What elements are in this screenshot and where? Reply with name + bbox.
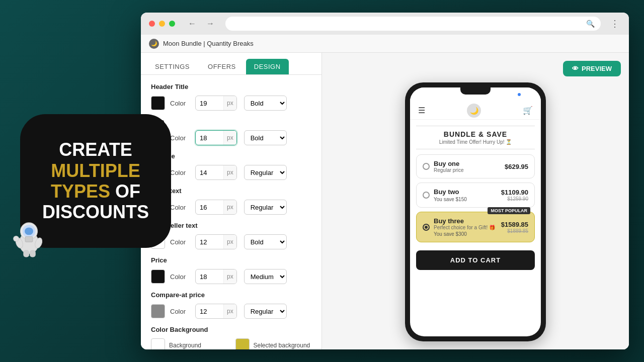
offer-details-2: Buy two You save $150 xyxy=(434,188,497,202)
browser-window: ← → 🔍 ⋮ 🌙 Moon Bundle | Quantity Breaks … xyxy=(141,13,629,349)
offer-save-3: You save $300 xyxy=(434,231,497,237)
title-size-input[interactable] xyxy=(196,131,223,145)
offer-pricing-2: $1109.90 $1259.90 xyxy=(501,189,528,202)
header-size-input[interactable] xyxy=(196,96,223,110)
add-to-cart-button[interactable]: ADD TO CART xyxy=(416,250,535,270)
svg-rect-6 xyxy=(24,250,29,257)
best-seller-weight-select[interactable]: Bold Regular Medium xyxy=(244,234,287,249)
offer-item-2[interactable]: Buy two You save $150 $1109.90 $1259.90 xyxy=(416,183,535,208)
hamburger-icon[interactable]: ☰ xyxy=(418,106,425,115)
compare-weight-select[interactable]: Regular Bold Medium xyxy=(244,304,287,319)
eye-icon: 👁 xyxy=(572,65,579,72)
browser-content: 🌙 Moon Bundle | Quantity Breaks SETTINGS… xyxy=(141,35,629,349)
offer-details-1: Buy one Regular price xyxy=(434,160,501,173)
label-px-label: px xyxy=(223,200,236,214)
svg-point-8 xyxy=(14,236,19,241)
phone-logo: 🌙 xyxy=(467,104,481,118)
phone-screen: ☰ 🌙 🛒 BUNDLE & SAVE Limited Time Offer! … xyxy=(410,87,541,336)
price-size-input[interactable] xyxy=(196,269,223,284)
tab-offers[interactable]: OFFERS xyxy=(200,59,244,74)
address-bar[interactable]: 🔍 xyxy=(225,17,601,31)
compare-size-input-wrap: px xyxy=(195,304,237,319)
offer-details-3: Buy three Perfect choice for a Gift! 🎁 Y… xyxy=(434,217,497,237)
price-weight-select[interactable]: Medium Bold Regular xyxy=(244,269,287,284)
offer-pricing-1: $629.95 xyxy=(505,163,528,170)
title-weight-select[interactable]: Bold Regular Medium xyxy=(244,130,287,145)
compare-px-label: px xyxy=(223,304,236,318)
search-icon: 🔍 xyxy=(586,20,595,28)
offer-radio-1 xyxy=(423,163,430,170)
best-seller-size-input-wrap: px xyxy=(195,234,237,249)
offer-radio-3 xyxy=(423,224,430,231)
preview-button[interactable]: 👁 PREVIEW xyxy=(563,61,621,76)
offer-price-1: $629.95 xyxy=(505,163,528,170)
phone-notch xyxy=(460,87,491,95)
title-px-label: px xyxy=(223,131,236,145)
hero-title: CREATE MULTIPLE TYPES OF DISCOUNTS xyxy=(40,139,151,223)
svg-point-3 xyxy=(25,227,33,235)
selected-bg-color-swatch[interactable] xyxy=(235,338,250,349)
title-size-input-wrap: px xyxy=(195,130,237,145)
best-seller-px-label: px xyxy=(223,235,236,249)
subtitle-size-input-wrap: px xyxy=(195,165,237,180)
hero-section: CREATE MULTIPLE TYPES OF DISCOUNTS xyxy=(0,0,191,362)
selected-bg-color-item: Selected background xyxy=(235,338,312,349)
offer-desc-3: Perfect choice for a Gift! 🎁 xyxy=(434,225,497,230)
most-popular-badge: MOST POPULAR xyxy=(488,207,530,214)
price-px-label: px xyxy=(223,269,236,284)
cart-icon[interactable]: 🛒 xyxy=(523,106,533,115)
svg-rect-7 xyxy=(30,250,36,257)
offer-name-1: Buy one xyxy=(434,160,501,167)
subtitle-weight-select[interactable]: Regular Bold Medium xyxy=(244,165,287,180)
subtitle-size-input[interactable] xyxy=(196,165,223,179)
preview-section: 👁 PREVIEW ☰ 🌙 xyxy=(322,53,629,349)
offer-radio-2 xyxy=(423,192,430,199)
compare-size-input[interactable] xyxy=(196,304,223,318)
bundle-subtitle: Limited Time Offer! Hurry Up! ⏳ xyxy=(416,139,535,145)
phone-mockup: ☰ 🌙 🛒 BUNDLE & SAVE Limited Time Offer! … xyxy=(405,82,546,341)
header-px-label: px xyxy=(223,96,236,110)
offer-original-2: $1259.90 xyxy=(501,196,528,202)
label-size-input-wrap: px xyxy=(195,200,237,215)
phone-nav: ☰ 🌙 🛒 xyxy=(410,102,541,120)
header-size-input-wrap: px xyxy=(195,96,237,111)
phone-content: BUNDLE & SAVE Limited Time Offer! Hurry … xyxy=(410,120,541,336)
offer-price-2: $1109.90 xyxy=(501,189,528,196)
offer-original-3: $1889.85 xyxy=(501,228,528,234)
label-size-input[interactable] xyxy=(196,200,223,214)
offer-item-1[interactable]: Buy one Regular price $629.95 xyxy=(416,154,535,178)
offer-desc-2: You save $150 xyxy=(434,197,497,202)
offer-name-3: Buy three xyxy=(434,217,497,225)
offer-desc-1: Regular price xyxy=(434,167,501,173)
selected-bg-color-label: Selected background xyxy=(254,342,310,349)
label-weight-select[interactable]: Regular Bold Medium xyxy=(244,200,287,215)
offer-price-3: $1589.85 xyxy=(501,221,528,228)
best-seller-size-input[interactable] xyxy=(196,235,223,249)
app-main: SETTINGS OFFERS DESIGN Header Title Colo… xyxy=(141,53,629,349)
subtitle-px-label: px xyxy=(223,165,236,179)
astronaut-icon xyxy=(8,215,50,258)
browser-titlebar: ← → 🔍 ⋮ xyxy=(141,13,629,35)
browser-menu-icon[interactable]: ⋮ xyxy=(609,18,621,30)
header-weight-select[interactable]: Bold Regular Medium xyxy=(244,96,287,111)
bundle-title: BUNDLE & SAVE xyxy=(416,130,535,138)
offer-name-2: Buy two xyxy=(434,188,497,196)
bundle-header: BUNDLE & SAVE Limited Time Offer! Hurry … xyxy=(416,126,535,149)
phone-notch-bar xyxy=(410,87,541,102)
phone-status-dot xyxy=(518,93,521,96)
offer-item-3[interactable]: MOST POPULAR Buy three Perfect choice fo… xyxy=(416,212,535,242)
app-navbar: 🌙 Moon Bundle | Quantity Breaks xyxy=(141,35,629,53)
svg-rect-9 xyxy=(25,236,33,242)
offer-pricing-3: $1589.85 $1889.85 xyxy=(501,221,528,234)
forward-button[interactable]: → xyxy=(203,17,217,31)
hero-bubble: CREATE MULTIPLE TYPES OF DISCOUNTS xyxy=(20,114,171,248)
tab-design[interactable]: DESIGN xyxy=(246,59,289,74)
price-size-input-wrap: px xyxy=(195,269,237,284)
